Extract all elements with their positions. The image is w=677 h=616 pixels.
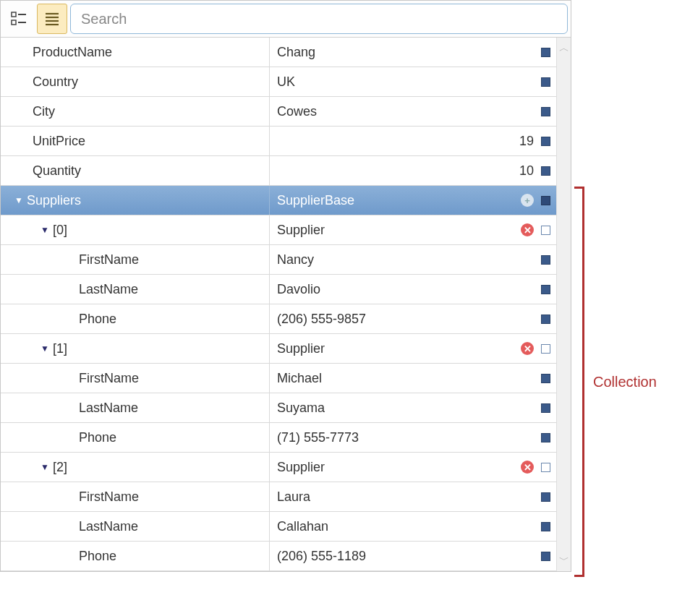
property-name-cell[interactable]: FirstName [1,245,270,274]
property-marker-icon[interactable] [541,166,550,176]
property-name-cell[interactable]: Phone [1,304,270,333]
expand-icon[interactable]: ▼ [37,462,53,472]
property-row[interactable]: FirstNameLaura [1,482,556,512]
property-name-cell[interactable]: ▼[2] [1,453,270,482]
property-value-cell[interactable]: Cowes [270,97,556,126]
property-marker-icon[interactable] [541,226,550,235]
property-value: (206) 555-9857 [277,312,534,327]
property-value-cell[interactable]: UK [270,67,556,96]
property-name-cell[interactable]: Country [1,67,270,96]
property-row[interactable]: Quantity10 [1,156,556,186]
property-row[interactable]: ProductNameChang [1,38,556,67]
property-name-cell[interactable]: Quantity [1,156,270,185]
toolbar [1,1,571,38]
property-row[interactable]: LastNameDavolio [1,275,556,304]
property-name-cell[interactable]: UnitPrice [1,127,270,155]
property-marker-icon[interactable] [541,315,550,324]
expand-icon[interactable]: ▼ [37,225,53,235]
search-input[interactable] [80,10,558,28]
property-marker-icon[interactable] [541,344,550,354]
property-row[interactable]: Phone(71) 555-7773 [1,423,556,453]
delete-item-icon[interactable]: ✕ [521,342,534,355]
property-value-cell[interactable]: Suyama [270,393,556,422]
list-icon [44,11,60,27]
property-marker-icon[interactable] [541,492,550,502]
property-marker-icon[interactable] [541,107,550,116]
property-value-cell[interactable]: SupplierBase+ [270,186,556,215]
alphabetical-view-button[interactable] [37,4,67,34]
property-value-cell[interactable]: Chang [270,38,556,67]
property-marker-icon[interactable] [541,77,550,87]
property-name-cell[interactable]: FirstName [1,364,270,393]
property-row[interactable]: Phone(206) 555-9857 [1,304,556,334]
property-row[interactable]: LastNameSuyama [1,393,556,423]
property-name-cell[interactable]: Phone [1,542,270,570]
categorized-icon [11,11,27,27]
svg-rect-0 [12,12,16,17]
property-name-cell[interactable]: ProductName [1,38,270,67]
property-value-cell[interactable]: Supplier✕ [270,453,556,482]
delete-item-icon[interactable]: ✕ [521,223,534,236]
property-value-cell[interactable]: Supplier✕ [270,334,556,363]
property-value: Laura [277,489,534,505]
property-row[interactable]: CountryUK [1,67,556,97]
property-value: Supplier [277,223,515,238]
expand-icon[interactable]: ▼ [11,195,27,205]
property-row[interactable]: ▼[2]Supplier✕ [1,453,556,482]
property-value-cell[interactable]: 19 [270,127,556,155]
property-row[interactable]: Phone(206) 555-1189 [1,542,556,571]
property-name-cell[interactable]: Phone [1,423,270,452]
vertical-scrollbar[interactable]: ︿ ﹀ [556,38,571,571]
property-marker-icon[interactable] [541,255,550,265]
property-name-cell[interactable]: LastName [1,393,270,422]
property-marker-icon[interactable] [541,137,550,146]
property-row[interactable]: FirstNameMichael [1,364,556,393]
property-row[interactable]: ▼[1]Supplier✕ [1,334,556,364]
property-row[interactable]: CityCowes [1,97,556,127]
property-row[interactable]: LastNameCallahan [1,512,556,542]
property-marker-icon[interactable] [541,433,550,442]
property-value: (71) 555-7773 [277,430,534,445]
property-marker-icon[interactable] [541,196,550,205]
property-marker-icon[interactable] [541,403,550,413]
search-box[interactable] [70,4,568,34]
property-value-cell[interactable]: Davolio [270,275,556,304]
property-name: FirstName [79,489,139,505]
property-name-cell[interactable]: City [1,97,270,126]
property-name-cell[interactable]: ▼[1] [1,334,270,363]
property-marker-icon[interactable] [541,463,550,472]
add-item-icon[interactable]: + [521,194,534,207]
delete-item-icon[interactable]: ✕ [521,461,534,474]
property-marker-icon[interactable] [541,522,550,531]
property-name-cell[interactable]: FirstName [1,482,270,511]
property-marker-icon[interactable] [541,374,550,383]
property-name: UnitPrice [33,134,85,149]
property-value: Davolio [277,282,534,297]
property-value-cell[interactable]: (71) 555-7773 [270,423,556,452]
expand-icon[interactable]: ▼ [37,343,53,354]
property-marker-icon[interactable] [541,285,550,294]
property-value-cell[interactable]: (206) 555-9857 [270,304,556,333]
scroll-up-icon[interactable]: ︿ [559,42,569,55]
property-row[interactable]: UnitPrice19 [1,127,556,156]
property-row[interactable]: FirstNameNancy [1,245,556,275]
property-row[interactable]: ▼SuppliersSupplierBase+ [1,186,556,215]
property-value-cell[interactable]: Supplier✕ [270,215,556,244]
property-name-cell[interactable]: LastName [1,512,270,541]
categorized-view-button[interactable] [4,4,34,34]
property-name-cell[interactable]: ▼Suppliers [1,186,270,215]
property-value-cell[interactable]: Laura [270,482,556,511]
property-marker-icon[interactable] [541,48,550,57]
property-value-cell[interactable]: Nancy [270,245,556,274]
property-value-cell[interactable]: (206) 555-1189 [270,542,556,570]
property-name: Phone [79,549,116,564]
property-name-cell[interactable]: LastName [1,275,270,304]
property-value-cell[interactable]: Michael [270,364,556,393]
property-value-cell[interactable]: Callahan [270,512,556,541]
property-name-cell[interactable]: ▼[0] [1,215,270,244]
property-row[interactable]: ▼[0]Supplier✕ [1,215,556,245]
collection-annotation: Collection [574,0,657,577]
scroll-down-icon[interactable]: ﹀ [559,554,569,567]
property-marker-icon[interactable] [541,552,550,561]
property-value-cell[interactable]: 10 [270,156,556,185]
